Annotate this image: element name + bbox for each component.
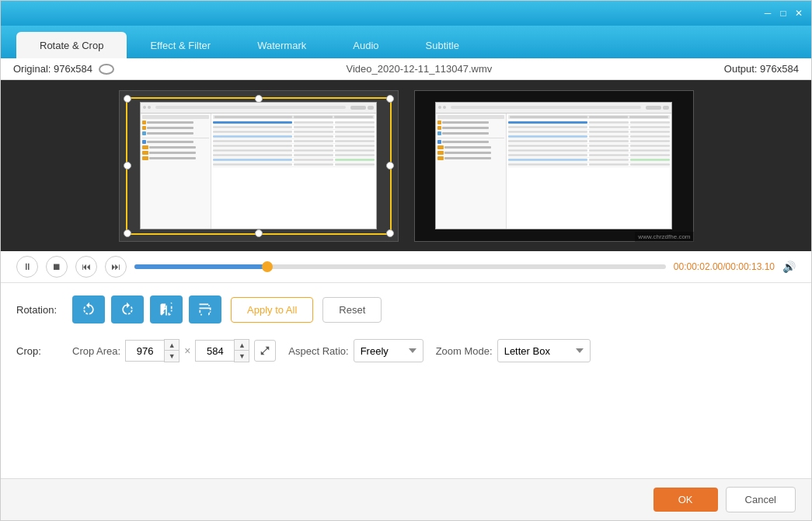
zoom-mode-label: Zoom Mode:: [436, 345, 493, 357]
progress-thumb[interactable]: [262, 261, 273, 272]
rotation-buttons: [72, 295, 221, 323]
zoom-mode-select[interactable]: Letter Box Pan & Scan Full: [497, 339, 591, 362]
crop-handle-mr[interactable]: [386, 162, 394, 170]
preview-area: www.chrzdfhe.com: [1, 80, 811, 251]
maximize-button[interactable]: □: [777, 7, 789, 19]
crop-width-up[interactable]: ▲: [165, 340, 179, 351]
crop-area-label: Crop Area:: [72, 345, 120, 357]
tab-rotate-crop[interactable]: Rotate & Crop: [16, 32, 127, 58]
aspect-ratio-label: Aspect Ratio:: [288, 345, 348, 357]
tab-audio[interactable]: Audio: [329, 32, 402, 58]
ok-button[interactable]: OK: [653, 488, 718, 512]
rotation-row: Rotation: Apply to All Reset: [16, 295, 796, 323]
crop-width-input-group: ▲ ▼: [125, 339, 179, 362]
info-bar: Original: 976x584 Video_2020-12-11_11304…: [1, 58, 811, 80]
zoom-mode-group: Zoom Mode: Letter Box Pan & Scan Full: [436, 339, 591, 362]
watermark: www.chrzdfhe.com: [635, 232, 693, 242]
crop-row: Crop: Crop Area: ▲ ▼ × ▲: [16, 339, 796, 362]
crop-expand-button[interactable]: [254, 340, 276, 362]
next-frame-button[interactable]: ⏭: [105, 256, 127, 278]
crop-height-up[interactable]: ▲: [235, 340, 249, 351]
stop-button[interactable]: ⏹: [46, 256, 68, 278]
crop-handle-tm[interactable]: [255, 95, 263, 103]
volume-icon[interactable]: 🔊: [782, 260, 796, 273]
minimize-button[interactable]: ─: [761, 7, 774, 19]
output-size: Output: 976x584: [724, 63, 799, 75]
titlebar-buttons: ─ □ ✕: [761, 7, 805, 19]
tab-bar: Rotate & Crop Effect & Filter Watermark …: [1, 26, 811, 58]
rotate-left-button[interactable]: [72, 295, 105, 323]
crop-height-input-group: ▲ ▼: [195, 339, 249, 362]
video-preview-right: www.chrzdfhe.com: [414, 90, 694, 242]
rotation-label: Rotation:: [16, 304, 63, 316]
eye-icon[interactable]: [99, 64, 114, 75]
crop-width-spinners: ▲ ▼: [164, 339, 179, 362]
titlebar: ─ □ ✕: [1, 1, 811, 26]
flip-vertical-button[interactable]: [189, 295, 221, 323]
prev-frame-button[interactable]: ⏮: [75, 256, 97, 278]
tab-subtitle[interactable]: Subtitle: [403, 32, 483, 58]
original-size: Original: 976x584: [13, 63, 114, 75]
crop-height-spinners: ▲ ▼: [234, 339, 249, 362]
crop-handle-tl[interactable]: [124, 95, 131, 103]
progress-fill: [134, 264, 267, 269]
tab-watermark[interactable]: Watermark: [234, 32, 329, 58]
crop-handle-tr[interactable]: [386, 95, 394, 103]
crop-overlay[interactable]: [126, 97, 392, 235]
bottom-bar: OK Cancel: [1, 478, 811, 520]
video-preview-left: [119, 90, 399, 242]
progress-bar[interactable]: [134, 264, 666, 269]
time-display: 00:00:02.00/00:00:13.10: [674, 261, 775, 272]
crop-width-down[interactable]: ▼: [165, 351, 179, 362]
reset-button[interactable]: Reset: [322, 297, 382, 323]
aspect-ratio-group: Aspect Ratio: Freely 16:9 4:3 1:1 9:16: [288, 339, 423, 362]
cancel-button[interactable]: Cancel: [726, 487, 796, 512]
rotate-right-button[interactable]: [111, 295, 144, 323]
controls-bar: ⏸ ⏹ ⏮ ⏭ 00:00:02.00/00:00:13.10 🔊: [1, 251, 811, 283]
aspect-ratio-select[interactable]: Freely 16:9 4:3 1:1 9:16: [354, 339, 423, 362]
settings-area: Rotation: Apply to All Reset: [1, 283, 811, 478]
crop-settings: Crop Area: ▲ ▼ × ▲ ▼: [72, 339, 591, 362]
apply-to-all-button[interactable]: Apply to All: [231, 297, 313, 323]
crop-label: Crop:: [16, 345, 63, 357]
crop-handle-br[interactable]: [386, 229, 394, 237]
play-pause-button[interactable]: ⏸: [16, 256, 38, 278]
crop-height-down[interactable]: ▼: [235, 351, 249, 362]
crop-handle-bl[interactable]: [124, 229, 131, 237]
flip-horizontal-button[interactable]: [150, 295, 183, 323]
crop-width-input[interactable]: [125, 340, 164, 362]
crop-handle-bm[interactable]: [255, 229, 263, 237]
crop-height-input[interactable]: [195, 340, 234, 362]
tab-effect-filter[interactable]: Effect & Filter: [127, 32, 234, 58]
dimension-separator: ×: [184, 344, 190, 357]
crop-area-group: Crop Area: ▲ ▼ × ▲ ▼: [72, 339, 276, 362]
main-window: ─ □ ✕ Rotate & Crop Effect & Filter Wate…: [0, 0, 812, 521]
crop-handle-ml[interactable]: [124, 162, 131, 170]
filename-display: Video_2020-12-11_113047.wmv: [347, 63, 493, 75]
close-button[interactable]: ✕: [793, 7, 805, 19]
